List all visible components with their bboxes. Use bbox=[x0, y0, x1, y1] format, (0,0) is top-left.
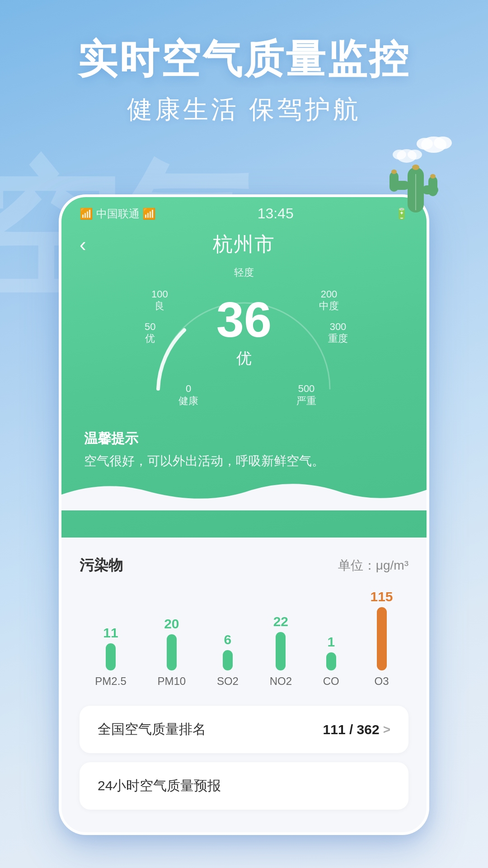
pollutant-name: PM2.5 bbox=[95, 675, 126, 688]
svg-point-5 bbox=[393, 150, 406, 160]
pollutant-value: 11 bbox=[103, 625, 118, 641]
signal-bars: 📶 bbox=[80, 208, 93, 220]
pollutants-header: 污染物 单位：μg/m³ bbox=[80, 556, 408, 576]
pollutants-label: 污染物 bbox=[80, 556, 123, 576]
pollutant-name: SO2 bbox=[217, 675, 239, 688]
pollutant-bar bbox=[276, 632, 286, 670]
pollutant-name: O3 bbox=[375, 675, 389, 688]
pollutant-item: 115O3 bbox=[371, 589, 393, 688]
status-time: 13:45 bbox=[258, 205, 294, 222]
ranking-number: 111 / 362 bbox=[323, 722, 380, 737]
carrier-name: 中国联通 bbox=[96, 208, 140, 220]
white-area: 污染物 单位：μg/m³ 11PM2.520PM106SO222NO21CO11… bbox=[61, 538, 427, 832]
pollutant-item: 22NO2 bbox=[270, 614, 292, 688]
pollutant-bar bbox=[326, 652, 336, 670]
pollutant-value: 1 bbox=[327, 634, 335, 650]
gauge-label-0: 0健康 bbox=[178, 383, 198, 407]
gauge-label-100: 100良 bbox=[151, 288, 168, 312]
gauge-label-300: 300重度 bbox=[328, 321, 348, 345]
nav-bar: ‹ 杭州市 bbox=[61, 222, 427, 267]
pollutant-item: 1CO bbox=[323, 634, 339, 688]
forecast-label: 24小时空气质量预报 bbox=[98, 778, 221, 793]
svg-rect-10 bbox=[428, 176, 437, 196]
back-button[interactable]: ‹ bbox=[80, 233, 86, 256]
pollutant-name: NO2 bbox=[270, 675, 292, 688]
aqi-value: 36 bbox=[216, 295, 272, 344]
svg-point-2 bbox=[417, 138, 433, 150]
pollutant-value: 20 bbox=[164, 616, 179, 632]
gauge-label-200: 200中度 bbox=[319, 288, 339, 312]
svg-point-13 bbox=[430, 174, 436, 179]
ranking-label: 全国空气质量排名 bbox=[98, 720, 206, 739]
svg-point-11 bbox=[412, 165, 419, 170]
svg-point-4 bbox=[408, 150, 422, 160]
cactus-decoration bbox=[380, 131, 452, 222]
svg-point-1 bbox=[434, 137, 452, 149]
pollutant-bar bbox=[223, 650, 233, 670]
tips-title: 温馨提示 bbox=[84, 429, 404, 448]
tips-section: 温馨提示 空气很好，可以外出活动，呼吸新鲜空气。 bbox=[61, 420, 427, 483]
gauge-container: 轻度 50优 100良 200中度 300重度 0健康 500严重 36 优 bbox=[61, 267, 427, 420]
pollutant-bar bbox=[377, 607, 387, 670]
svg-point-12 bbox=[391, 170, 397, 174]
pollutant-item: 11PM2.5 bbox=[95, 625, 126, 688]
pollutants-row: 11PM2.520PM106SO222NO21CO115O3 bbox=[80, 589, 408, 688]
svg-rect-8 bbox=[389, 172, 399, 192]
ranking-value: 111 / 362 > bbox=[323, 722, 390, 737]
pollutants-unit: 单位：μg/m³ bbox=[338, 557, 408, 574]
gauge-label-50: 50优 bbox=[145, 321, 155, 345]
gauge-svg-wrap: 轻度 50优 100良 200中度 300重度 0健康 500严重 36 优 bbox=[136, 267, 352, 411]
wave-svg bbox=[61, 479, 427, 510]
hero-title: 实时空气质量监控 bbox=[0, 36, 488, 82]
gauge-center: 36 优 bbox=[216, 295, 272, 369]
pollutant-bar bbox=[106, 643, 116, 670]
hero-section: 实时空气质量监控 健康生活 保驾护航 bbox=[0, 0, 488, 127]
tips-content: 空气很好，可以外出活动，呼吸新鲜空气。 bbox=[84, 453, 404, 470]
pollutant-name: CO bbox=[323, 675, 339, 688]
city-title: 杭州市 bbox=[213, 231, 275, 258]
carrier-signal: 📶 中国联通 📶 bbox=[80, 207, 156, 221]
gauge-label-500: 500严重 bbox=[296, 383, 316, 407]
pollutant-name: PM10 bbox=[157, 675, 186, 688]
pollutant-value: 115 bbox=[371, 589, 393, 604]
hero-subtitle: 健康生活 保驾护航 bbox=[0, 93, 488, 127]
ranking-chevron: > bbox=[383, 722, 390, 737]
green-area: 📶 中国联通 📶 13:45 🔋 ‹ 杭州市 bbox=[61, 197, 427, 538]
forecast-card[interactable]: 24小时空气质量预报 bbox=[80, 762, 408, 810]
gauge-label-top: 轻度 bbox=[234, 267, 254, 278]
pollutant-item: 6SO2 bbox=[217, 632, 239, 688]
aqi-quality: 优 bbox=[216, 348, 272, 369]
pollutant-bar bbox=[167, 634, 177, 670]
status-bar: 📶 中国联通 📶 13:45 🔋 bbox=[61, 197, 427, 222]
phone-mockup: 📶 中国联通 📶 13:45 🔋 ‹ 杭州市 bbox=[59, 194, 429, 835]
pollutant-value: 22 bbox=[273, 614, 288, 629]
pollutant-item: 20PM10 bbox=[157, 616, 186, 688]
ranking-card[interactable]: 全国空气质量排名 111 / 362 > bbox=[80, 706, 408, 753]
pollutant-value: 6 bbox=[224, 632, 232, 647]
wifi-icon: 📶 bbox=[142, 208, 156, 220]
